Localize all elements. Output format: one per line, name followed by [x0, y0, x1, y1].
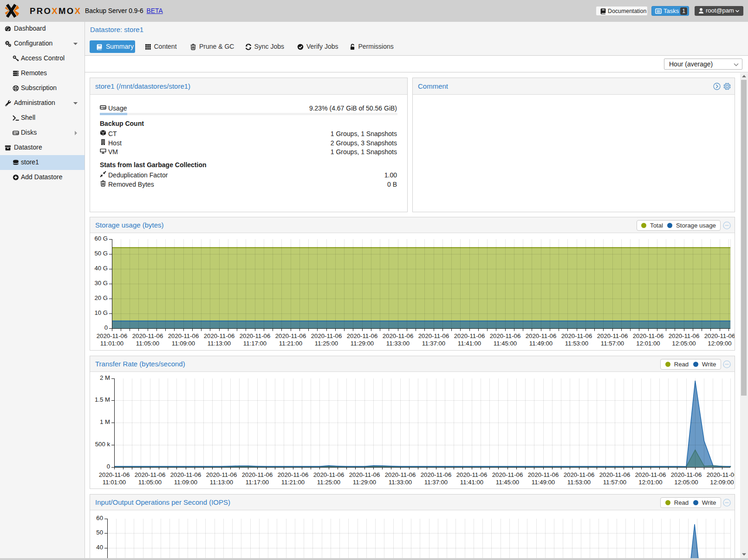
svg-text:2020-11-06: 2020-11-06	[383, 332, 413, 339]
svg-text:2020-11-06: 2020-11-06	[97, 332, 127, 339]
svg-text:2020-11-06: 2020-11-06	[275, 332, 306, 339]
svg-text:1.5 M: 1.5 M	[95, 396, 110, 403]
svg-text:11:37:00: 11:37:00	[424, 479, 448, 486]
svg-text:11:41:00: 11:41:00	[460, 479, 483, 486]
svg-text:40: 40	[96, 544, 103, 551]
svg-text:2020-11-06: 2020-11-06	[456, 471, 487, 478]
svg-text:2020-11-06: 2020-11-06	[669, 332, 699, 339]
svg-text:2020-11-06: 2020-11-06	[454, 332, 485, 339]
svg-text:11:53:00: 11:53:00	[567, 479, 591, 486]
svg-text:2020-11-06: 2020-11-06	[240, 332, 270, 339]
svg-text:500 k: 500 k	[95, 441, 111, 448]
svg-text:2020-11-06: 2020-11-06	[278, 471, 308, 478]
svg-text:2020-11-06: 2020-11-06	[704, 332, 735, 339]
svg-text:11:21:00: 11:21:00	[281, 479, 305, 486]
svg-text:11:45:00: 11:45:00	[494, 340, 517, 347]
svg-text:11:53:00: 11:53:00	[565, 340, 588, 347]
svg-text:0: 0	[104, 324, 108, 331]
svg-text:11:57:00: 11:57:00	[601, 340, 624, 347]
svg-text:2020-11-06: 2020-11-06	[385, 471, 416, 478]
svg-text:11:09:00: 11:09:00	[172, 340, 195, 347]
svg-text:2020-11-06: 2020-11-06	[671, 471, 702, 478]
svg-text:11:05:00: 11:05:00	[136, 340, 159, 347]
svg-text:2020-11-06: 2020-11-06	[526, 332, 556, 339]
svg-text:2020-11-06: 2020-11-06	[168, 332, 199, 339]
svg-text:40 G: 40 G	[94, 265, 108, 272]
svg-text:11:01:00: 11:01:00	[100, 340, 124, 347]
svg-text:2020-11-06: 2020-11-06	[132, 332, 163, 339]
svg-text:11:33:00: 11:33:00	[386, 340, 410, 347]
svg-text:2020-11-06: 2020-11-06	[421, 471, 451, 478]
svg-text:2020-11-06: 2020-11-06	[418, 332, 449, 339]
svg-text:11:13:00: 11:13:00	[208, 340, 231, 347]
svg-text:0: 0	[107, 463, 110, 470]
svg-text:11:25:00: 11:25:00	[317, 479, 340, 486]
svg-text:11:17:00: 11:17:00	[246, 479, 269, 486]
svg-text:11:01:00: 11:01:00	[103, 479, 126, 486]
svg-text:12:05:00: 12:05:00	[674, 479, 698, 486]
svg-text:2020-11-06: 2020-11-06	[635, 471, 666, 478]
svg-text:2020-11-06: 2020-11-06	[707, 471, 735, 478]
svg-text:12:09:00: 12:09:00	[708, 340, 731, 347]
svg-text:20 G: 20 G	[94, 294, 108, 301]
svg-text:11:25:00: 11:25:00	[315, 340, 338, 347]
svg-text:11:37:00: 11:37:00	[422, 340, 445, 347]
svg-text:50 G: 50 G	[94, 250, 108, 257]
svg-text:2020-11-06: 2020-11-06	[204, 332, 234, 339]
svg-text:11:21:00: 11:21:00	[279, 340, 302, 347]
svg-text:12:01:00: 12:01:00	[638, 479, 662, 486]
svg-text:2020-11-06: 2020-11-06	[599, 471, 630, 478]
svg-text:1 M: 1 M	[100, 418, 110, 425]
svg-text:2020-11-06: 2020-11-06	[206, 471, 237, 478]
svg-text:2020-11-06: 2020-11-06	[633, 332, 663, 339]
svg-text:2020-11-06: 2020-11-06	[597, 332, 628, 339]
svg-text:2020-11-06: 2020-11-06	[135, 471, 165, 478]
svg-text:11:17:00: 11:17:00	[243, 340, 267, 347]
svg-text:2020-11-06: 2020-11-06	[99, 471, 130, 478]
svg-text:60: 60	[96, 514, 103, 521]
svg-text:12:05:00: 12:05:00	[672, 340, 696, 347]
svg-text:12:01:00: 12:01:00	[636, 340, 660, 347]
svg-text:2020-11-06: 2020-11-06	[242, 471, 273, 478]
svg-text:2 M: 2 M	[100, 374, 110, 381]
svg-text:11:33:00: 11:33:00	[389, 479, 412, 486]
svg-text:11:49:00: 11:49:00	[529, 340, 553, 347]
svg-text:11:45:00: 11:45:00	[496, 479, 519, 486]
svg-text:2020-11-06: 2020-11-06	[347, 332, 377, 339]
svg-text:10 G: 10 G	[94, 309, 108, 316]
svg-text:2020-11-06: 2020-11-06	[349, 471, 380, 478]
svg-text:2020-11-06: 2020-11-06	[561, 332, 592, 339]
svg-text:11:49:00: 11:49:00	[532, 479, 555, 486]
svg-text:2020-11-06: 2020-11-06	[528, 471, 559, 478]
svg-text:2020-11-06: 2020-11-06	[170, 471, 201, 478]
svg-text:11:05:00: 11:05:00	[138, 479, 162, 486]
svg-text:11:41:00: 11:41:00	[458, 340, 481, 347]
svg-text:2020-11-06: 2020-11-06	[564, 471, 594, 478]
svg-text:2020-11-06: 2020-11-06	[492, 471, 523, 478]
svg-text:11:29:00: 11:29:00	[351, 340, 374, 347]
svg-text:30 G: 30 G	[94, 280, 108, 287]
svg-text:12:09:00: 12:09:00	[710, 479, 734, 486]
svg-text:11:29:00: 11:29:00	[353, 479, 376, 486]
svg-text:11:09:00: 11:09:00	[174, 479, 197, 486]
svg-text:2020-11-06: 2020-11-06	[490, 332, 520, 339]
svg-text:50: 50	[96, 529, 103, 536]
svg-text:60 G: 60 G	[94, 235, 108, 242]
svg-text:11:57:00: 11:57:00	[603, 479, 626, 486]
svg-text:2020-11-06: 2020-11-06	[311, 332, 342, 339]
svg-text:2020-11-06: 2020-11-06	[313, 471, 344, 478]
svg-text:11:13:00: 11:13:00	[210, 479, 233, 486]
